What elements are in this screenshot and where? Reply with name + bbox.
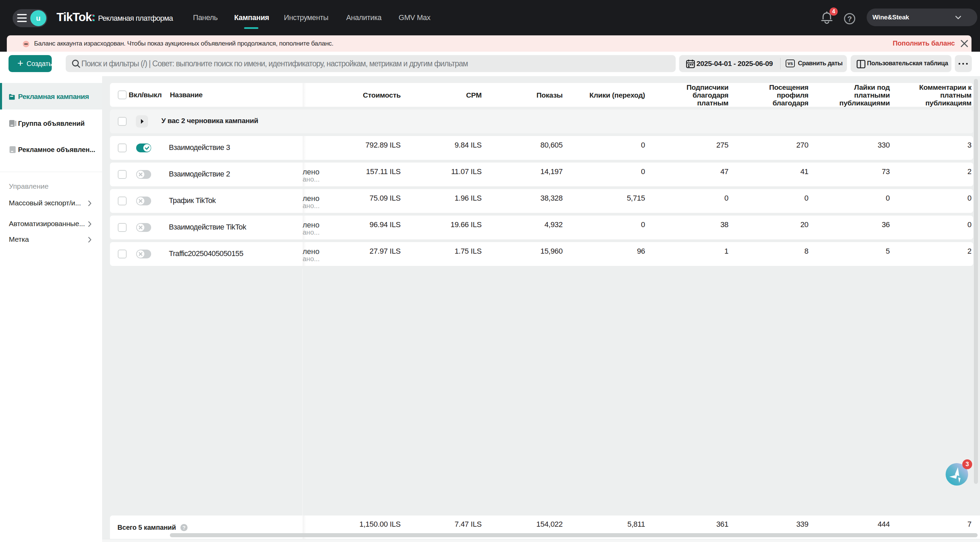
svg-text:?: ? <box>847 14 852 23</box>
